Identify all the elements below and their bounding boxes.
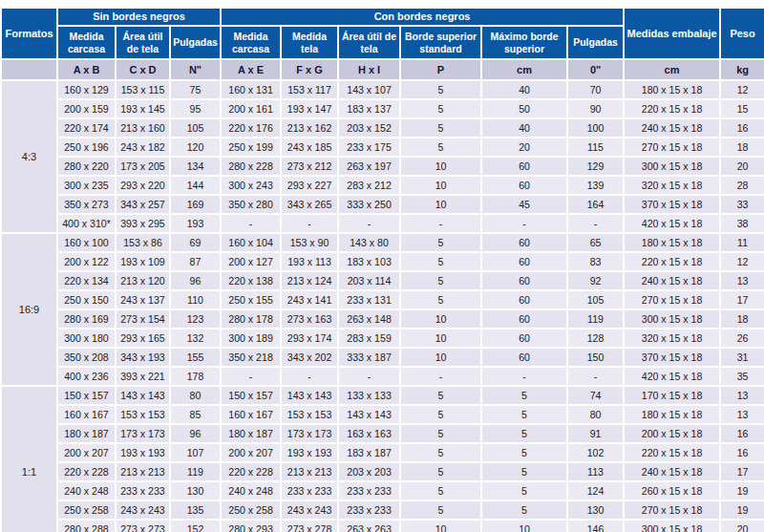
cell: 243 x 137	[116, 290, 170, 309]
cell: 134	[170, 157, 221, 176]
cell: 343 x 193	[116, 348, 170, 367]
cell: 220 x 138	[221, 271, 281, 290]
col-borde-superior-standard: Borde superior standard	[400, 26, 481, 59]
cell: 10	[400, 520, 481, 532]
cell: 150 x 157	[57, 386, 116, 405]
cell: 233 x 233	[338, 481, 400, 500]
cell: 74	[567, 386, 624, 405]
cell: 273 x 163	[281, 309, 338, 329]
cell: 129	[567, 157, 624, 176]
cell: 160 x 100	[57, 233, 116, 252]
cell: 280 x 178	[221, 309, 281, 329]
cell: -	[221, 367, 281, 386]
cell: 16	[720, 424, 764, 443]
cell: 130	[567, 500, 624, 520]
cell: -	[281, 214, 338, 233]
cell: 240 x 248	[57, 481, 116, 500]
cell: 45	[481, 195, 567, 214]
cell: 16	[720, 443, 764, 462]
cell: 5	[481, 424, 567, 443]
cell: 393 x 221	[116, 367, 170, 386]
table-row: 180 x 187173 x 17396180 x 187173 x 17316…	[1, 424, 764, 443]
cell: 17	[720, 290, 764, 309]
cell: 19	[720, 481, 764, 500]
cell: 270 x 15 x 18	[624, 290, 720, 309]
header-band-row: Formatos Sin bordes negros Con bordes ne…	[1, 8, 764, 26]
col-medida-carcasa-sin: Medida carcasa	[57, 26, 116, 59]
table-row: 220 x 134213 x 12096220 x 138213 x 12420…	[1, 271, 764, 290]
cell: 13	[720, 405, 764, 424]
unit-cm-embalaje: cm	[624, 59, 720, 80]
cell: 400 x 236	[57, 367, 116, 386]
cell: 193 x 193	[116, 443, 170, 462]
cell: 250 x 199	[221, 138, 281, 157]
cell: 128	[567, 329, 624, 348]
screen-spec-table: Formatos Sin bordes negros Con bordes ne…	[0, 7, 764, 532]
cell: 250 x 155	[221, 290, 281, 309]
cell: 160 x 131	[221, 80, 281, 99]
cell: 393 x 295	[116, 214, 170, 233]
table-row: 1:1150 x 157143 x 14380150 x 157143 x 14…	[1, 386, 764, 405]
cell: 31	[720, 348, 764, 367]
table-row: 280 x 220173 x 205134280 x 228273 x 2122…	[1, 157, 764, 176]
cell: 203 x 152	[338, 118, 400, 138]
col-pulgadas-con: Pulgadas	[567, 26, 624, 59]
cell: 119	[567, 309, 624, 329]
unit-fxg: F x G	[281, 59, 338, 80]
cell: 180 x 187	[221, 424, 281, 443]
cell: 173 x 173	[116, 424, 170, 443]
cell: 220 x 134	[57, 271, 116, 290]
cell: 343 x 202	[281, 348, 338, 367]
cell: 160 x 167	[221, 405, 281, 424]
table-row: 280 x 288273 x 273152280 x 293273 x 2782…	[1, 520, 764, 532]
cell: 300 x 15 x 18	[624, 157, 720, 176]
unit-cxd: C x D	[116, 59, 170, 80]
cell: 240 x 248	[221, 481, 281, 500]
cell: 20	[720, 520, 764, 532]
cell: 250 x 258	[57, 500, 116, 520]
cell: 5	[481, 462, 567, 481]
cell: 130	[170, 481, 221, 500]
cell: 220 x 174	[57, 118, 116, 138]
cell: 293 x 220	[116, 176, 170, 195]
cell: 220 x 15 x 18	[624, 252, 720, 271]
table-row: 350 x 273343 x 257169350 x 280343 x 2653…	[1, 195, 764, 214]
cell: 169	[170, 195, 221, 214]
table-row: 250 x 196243 x 182120250 x 199243 x 1852…	[1, 138, 764, 157]
cell: -	[567, 367, 624, 386]
cell: 96	[170, 424, 221, 443]
cell: 5	[481, 386, 567, 405]
table-row: 300 x 180293 x 165132300 x 189293 x 1742…	[1, 329, 764, 348]
table-row: 200 x 122193 x 10987200 x 127193 x 11318…	[1, 252, 764, 271]
cell: 300 x 235	[57, 176, 116, 195]
cell: 107	[170, 443, 221, 462]
unit-kg: kg	[720, 59, 764, 80]
cell: 200 x 207	[221, 443, 281, 462]
cell: 80	[567, 405, 624, 424]
table-header: Formatos Sin bordes negros Con bordes ne…	[1, 8, 764, 80]
cell: 60	[481, 271, 567, 290]
cell: 193 x 109	[116, 252, 170, 271]
cell: 146	[567, 520, 624, 532]
cell: 220 x 15 x 18	[624, 443, 720, 462]
cell: 280 x 228	[221, 157, 281, 176]
cell: 115	[567, 138, 624, 157]
cell: 155	[170, 348, 221, 367]
cell: 135	[170, 500, 221, 520]
cell: 35	[720, 367, 764, 386]
cell: 5	[400, 138, 481, 157]
cell: 320 x 15 x 18	[624, 176, 720, 195]
cell: 124	[567, 481, 624, 500]
cell: 270 x 15 x 18	[624, 500, 720, 520]
cell: 243 x 185	[281, 138, 338, 157]
cell: 83	[567, 252, 624, 271]
cell: 143 x 107	[338, 80, 400, 99]
unit-n-inches: N"	[170, 59, 221, 80]
cell: 270 x 15 x 18	[624, 138, 720, 157]
cell: 13	[720, 271, 764, 290]
cell: 250 x 196	[57, 138, 116, 157]
cell: 320 x 15 x 18	[624, 329, 720, 348]
cell: 60	[481, 252, 567, 271]
cell: 220 x 228	[57, 462, 116, 481]
cell: 40	[481, 80, 567, 99]
